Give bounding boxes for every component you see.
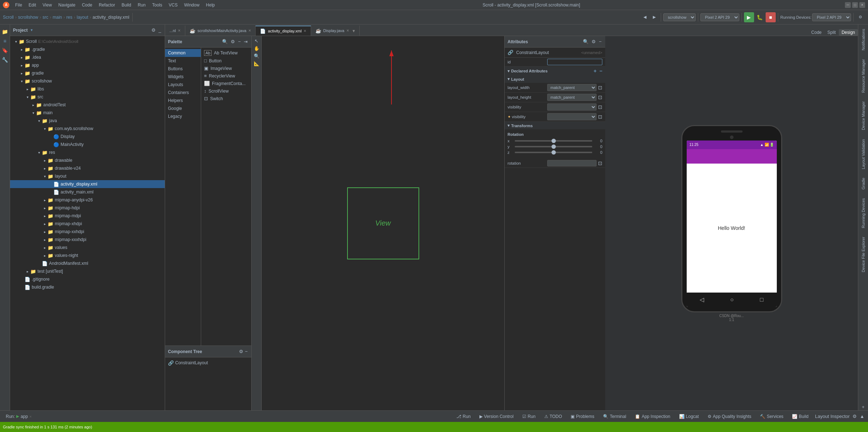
palette-cat-containers[interactable]: Containers — [165, 89, 201, 97]
layout-height-extra-btn[interactable]: ⊡ — [598, 94, 602, 100]
menu-view[interactable]: View — [40, 2, 55, 8]
menu-code[interactable]: Code — [79, 2, 95, 8]
canvas-tool-3[interactable]: 🔍 — [253, 53, 260, 59]
attr-close-button[interactable]: − — [598, 38, 602, 45]
tab-activity-display[interactable]: 📄 activity_display.xml × — [256, 26, 311, 36]
attr-remove-button[interactable]: − — [599, 68, 602, 74]
palette-expand-button[interactable]: ⇥ — [243, 38, 248, 45]
right-tab-gradle[interactable]: Gradle — [860, 173, 867, 194]
tab-overflow[interactable]: ▾ — [353, 28, 355, 34]
tree-item-idea[interactable]: ▸ 📁 .idea — [10, 53, 165, 61]
tree-item-main[interactable]: ▾ 📁 main — [10, 109, 165, 117]
rotation-z-slider[interactable] — [515, 152, 592, 153]
build-variants-icon[interactable]: 🔧 — [1, 55, 9, 64]
bottom-tab-services[interactable]: ⚙ App Quality Insights — [705, 413, 754, 420]
menu-tools[interactable]: Tools — [149, 2, 165, 8]
tab-nl-close[interactable]: × — [178, 28, 181, 33]
tab-activity-display-close[interactable]: × — [304, 28, 306, 34]
toolbar-settings[interactable]: ⚙ — [856, 14, 865, 21]
palette-item-button[interactable]: □ Button — [201, 57, 251, 64]
rotation-z-thumb[interactable] — [552, 150, 556, 155]
menu-vcs[interactable]: VCS — [166, 2, 181, 8]
debug-button[interactable]: 🐛 — [755, 12, 765, 22]
palette-search-button[interactable]: 🔍 — [221, 38, 229, 45]
tree-item-drawable[interactable]: ▸ 📁 drawable — [10, 156, 165, 164]
component-constraint-layout[interactable]: 🔗 ConstraintLayout — [168, 359, 248, 367]
tree-item-libs[interactable]: ▸ 📁 libs — [10, 85, 165, 93]
menu-navigate[interactable]: Navigate — [56, 2, 78, 8]
breadcrumb-scroll[interactable]: Scroll — [3, 15, 14, 20]
rotation-x-thumb[interactable] — [552, 139, 556, 143]
palette-cat-buttons[interactable]: Buttons — [165, 65, 201, 73]
run-bar-app[interactable]: app — [21, 414, 28, 419]
tree-item-test[interactable]: ▸ 📁 test [unitTest] — [10, 267, 165, 275]
canvas-tool-2[interactable]: ✋ — [253, 45, 260, 52]
bottom-tab-version-control[interactable]: ⎇ Run — [453, 413, 474, 420]
device-selector[interactable]: scrollshow — [663, 13, 696, 21]
right-sidebar-expand[interactable]: + — [861, 404, 865, 410]
view-canvas-box[interactable]: View — [347, 187, 419, 259]
breadcrumb-layout[interactable]: layout — [77, 15, 88, 20]
bottom-tab-problems[interactable]: ⚠ TODO — [541, 413, 565, 420]
phone-home-icon[interactable]: ○ — [730, 297, 734, 303]
breadcrumb-main[interactable]: main — [53, 15, 62, 20]
tree-item-src[interactable]: ▾ 📁 src — [10, 93, 165, 101]
right-tab-resource-manager[interactable]: Resource Manager — [860, 55, 867, 97]
palette-cat-layouts[interactable]: Layouts — [165, 81, 201, 89]
attr-layout-height-select[interactable]: match_parent — [547, 94, 597, 101]
layout-inspector-button[interactable]: Layout Inspector — [814, 413, 850, 420]
tab-mainactivity[interactable]: ☕ scrollshow\MainActivity.java × — [185, 26, 256, 36]
project-panel-gear[interactable]: ⚙ — [151, 27, 156, 34]
tree-item-gradle-folder[interactable]: ▸ 📁 gradle — [10, 69, 165, 77]
bottom-tab-profiler[interactable]: 📈 Build — [789, 413, 811, 420]
attr-layout-section[interactable]: ▾ Layout — [505, 75, 605, 83]
tree-item-display-class[interactable]: 🔵 Display — [10, 133, 165, 141]
right-tab-running-devices[interactable]: Running Devices — [860, 194, 867, 232]
bottom-tab-terminal[interactable]: ▣ Problems — [568, 413, 597, 420]
tree-item-drawable-v24[interactable]: ▸ 📁 drawable-v24 — [10, 164, 165, 172]
attr-rotation-input[interactable] — [547, 160, 597, 166]
tree-item-app[interactable]: ▸ 📁 app — [10, 61, 165, 69]
tree-item-values-night[interactable]: ▸ 📁 values-night — [10, 251, 165, 259]
tree-item-res[interactable]: ▾ 📁 res — [10, 148, 165, 156]
menu-run[interactable]: Run — [135, 2, 149, 8]
visibility-extra-btn[interactable]: ⊡ — [598, 104, 602, 110]
tree-item-activity-display[interactable]: 📄 activity_display.xml — [10, 180, 165, 188]
run-button[interactable]: ▶ — [744, 12, 754, 22]
palette-item-textview[interactable]: Ab Ab TextView — [201, 49, 251, 57]
palette-item-recyclerview[interactable]: ≡ RecyclerView — [201, 72, 251, 80]
tab-nl[interactable]: ...nl × — [165, 26, 185, 36]
visibility2-extra-btn[interactable]: ⊡ — [598, 114, 602, 120]
palette-cat-text[interactable]: Text — [165, 57, 201, 65]
breadcrumb-src[interactable]: src — [43, 15, 48, 20]
attr-add-button[interactable]: + — [594, 68, 597, 74]
tree-item-package[interactable]: ▾ 📁 com.wyb.scrollshow — [10, 125, 165, 133]
bottom-expand-button[interactable]: ▲ — [859, 413, 865, 420]
tree-item-mipmap-anydpi[interactable]: ▸ 📁 mipmap-anydpi-v26 — [10, 196, 165, 204]
component-tree-gear[interactable]: ⚙ — [238, 348, 244, 355]
attr-id-input[interactable] — [547, 59, 602, 65]
right-tab-device-manager[interactable]: Device Manager — [860, 97, 867, 134]
rotation-extra-btn[interactable]: ⊡ — [598, 160, 602, 166]
bottom-tab-todo[interactable]: ☑ Run — [519, 413, 539, 420]
view-design-button[interactable]: Design — [839, 29, 858, 36]
attr-layout-width-select[interactable]: match_parent — [547, 84, 597, 91]
right-tab-device-file-explorer[interactable]: Device File Explorer — [860, 232, 867, 276]
tree-item-gradle[interactable]: ▸ 📁 .gradle — [10, 45, 165, 53]
breadcrumb-scrollshow[interactable]: scrollshow — [18, 15, 38, 20]
rotation-x-slider[interactable] — [515, 140, 592, 142]
right-tab-notifications[interactable]: Notifications — [860, 25, 867, 55]
tree-item-androidtest[interactable]: ▸ 📁 androidTest — [10, 101, 165, 109]
bottom-gear-button[interactable]: ⚙ — [852, 413, 858, 420]
canvas-tool-1[interactable]: ↖ — [254, 37, 259, 44]
tree-item-layout[interactable]: ▾ 📁 layout — [10, 172, 165, 180]
palette-cat-widgets[interactable]: Widgets — [165, 73, 201, 81]
close-button[interactable]: × — [859, 2, 865, 8]
menu-build[interactable]: Build — [119, 2, 134, 8]
breadcrumb-res[interactable]: res — [66, 15, 72, 20]
view-code-button[interactable]: Code — [809, 29, 825, 36]
menu-edit[interactable]: Edit — [26, 2, 39, 8]
tree-item-mipmap-xxhdpi[interactable]: ▸ 📁 mipmap-xxhdpi — [10, 228, 165, 236]
palette-item-switch[interactable]: ⊡ Switch — [201, 95, 251, 102]
attr-visibility-select[interactable] — [547, 103, 597, 111]
